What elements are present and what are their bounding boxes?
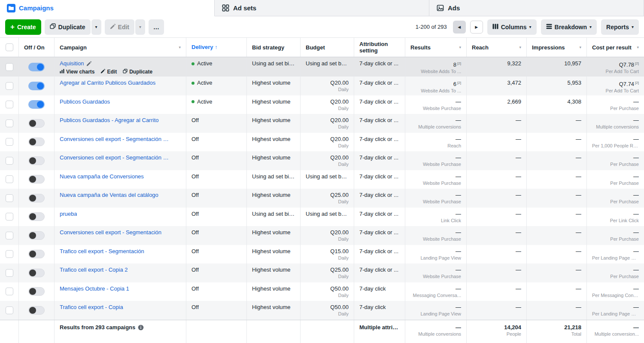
row-toggle[interactable] — [28, 119, 45, 128]
row-toggle[interactable] — [28, 212, 45, 221]
table-row[interactable]: Nueva campaña de Conversiones Off Using … — [0, 170, 644, 189]
sort-caret-icon[interactable]: ▾ — [179, 44, 181, 51]
attribution-value: 7-day click or ... — [359, 211, 400, 217]
row-toggle[interactable] — [28, 175, 45, 184]
table-row[interactable]: Aquisition View charts Edit — [0, 57, 644, 77]
next-page-button[interactable]: ▶ — [470, 21, 483, 34]
table-row[interactable]: Mensajes Octubre - Copia 1 Off Highest v… — [0, 282, 644, 301]
row-checkbox[interactable] — [6, 250, 13, 258]
prev-page-button[interactable]: ◀ — [453, 21, 466, 34]
edit-dropdown-button[interactable]: ▾ — [135, 19, 145, 35]
campaign-name-link[interactable]: Trafico cell export - Copia — [60, 304, 123, 311]
campaign-name-link[interactable]: Conversiones cell export - Segmentación — [60, 229, 161, 236]
row-toggle[interactable] — [28, 63, 45, 71]
header-impressions[interactable]: Impressions ▾ — [527, 38, 587, 57]
sort-caret-icon[interactable]: ▾ — [459, 44, 461, 51]
bid-strategy-cell: Highest volume — [247, 189, 301, 208]
tab-campaigns[interactable]: Campaigns — [0, 0, 215, 16]
row-checkbox[interactable] — [6, 157, 13, 165]
results-type: Website Purchase — [410, 236, 461, 242]
tab-ad-sets[interactable]: Ad sets — [215, 0, 429, 16]
table-row[interactable]: Nueva campaña de Ventas del catálogo Off… — [0, 189, 644, 208]
header-bid-strategy[interactable]: Bid strategy — [247, 38, 301, 57]
campaign-name-link[interactable]: Agregar al Carrito Publicos Guardados — [60, 80, 155, 86]
table-row[interactable]: Publicos Guardados - Agregar al Carrito … — [0, 114, 644, 133]
row-checkbox[interactable] — [6, 175, 13, 183]
row-checkbox[interactable] — [6, 138, 13, 146]
view-charts-action[interactable]: View charts — [60, 68, 94, 75]
sort-caret-icon[interactable]: ▾ — [519, 44, 521, 51]
campaign-name-link[interactable]: prueba — [60, 211, 77, 217]
table-row[interactable]: Conversiones cell export - Segmentación … — [0, 151, 644, 170]
header-budget[interactable]: Budget — [301, 38, 354, 57]
row-checkbox[interactable] — [6, 63, 13, 71]
row-toggle[interactable] — [28, 194, 45, 202]
edit-button[interactable]: Edit — [105, 19, 134, 35]
table-row[interactable]: Trafico cell export - Copia 2 Off Highes… — [0, 263, 644, 282]
row-checkbox[interactable] — [6, 288, 13, 295]
header-campaign[interactable]: Campaign ▾ — [55, 38, 186, 57]
table-row[interactable]: Trafico cell export - Copia Off Highest … — [0, 301, 644, 320]
row-checkbox[interactable] — [6, 269, 13, 277]
campaign-name-link[interactable]: Conversiones cell export - Segmentación … — [60, 136, 169, 143]
header-attribution[interactable]: Attribution setting — [354, 38, 405, 57]
reports-button[interactable]: Reports ▾ — [601, 19, 639, 35]
header-reach[interactable]: Reach ▾ — [467, 38, 527, 57]
more-actions-button[interactable]: … — [149, 19, 164, 35]
budget-value: Q20.00 — [306, 80, 349, 86]
row-toggle[interactable] — [28, 306, 45, 315]
row-checkbox[interactable] — [6, 213, 13, 220]
table-row[interactable]: Conversiones cell export - Segmentación … — [0, 133, 644, 152]
row-toggle[interactable] — [28, 269, 45, 277]
edit-name-pencil-icon[interactable] — [86, 61, 91, 66]
row-checkbox[interactable] — [6, 82, 13, 90]
campaign-name-link[interactable]: Nueva campaña de Conversiones — [60, 173, 144, 180]
campaign-name-link[interactable]: Trafico cell export - Segmentación — [60, 248, 144, 255]
header-delivery[interactable]: Delivery ↑ — [186, 38, 247, 57]
sort-caret-icon[interactable]: ▾ — [579, 44, 581, 51]
header-results[interactable]: Results ▾ — [405, 38, 467, 57]
table-row[interactable]: Conversiones cell export - Segmentación … — [0, 226, 644, 245]
campaign-name-link[interactable]: Nueva campaña de Ventas del catálogo — [60, 192, 158, 199]
row-toggle[interactable] — [28, 156, 45, 165]
table-row[interactable]: Agregar al Carrito Publicos Guardados Ac… — [0, 77, 644, 95]
row-toggle[interactable] — [28, 231, 45, 240]
edit-action[interactable]: Edit — [100, 68, 117, 75]
select-all-checkbox[interactable] — [6, 43, 13, 51]
row-toggle[interactable] — [28, 287, 45, 296]
table-row[interactable]: Publicos Guardados Active Highest volume… — [0, 95, 644, 114]
duplicate-dropdown-button[interactable]: ▾ — [91, 19, 101, 35]
campaign-name-link[interactable]: Conversiones cell export - Segmentación … — [60, 154, 169, 161]
breakdown-button[interactable]: Breakdown ▾ — [541, 19, 597, 35]
impressions-value: — — [532, 229, 581, 236]
delivery-status-label: Off — [191, 136, 199, 143]
duplicate-action[interactable]: Duplicate — [123, 68, 152, 75]
campaign-name-link[interactable]: Aquisition — [60, 60, 84, 67]
row-hover-actions: View charts Edit Duplicate — [60, 68, 181, 75]
row-checkbox[interactable] — [6, 101, 13, 108]
campaign-name-link[interactable]: Publicos Guardados - Agregar al Carrito — [60, 117, 159, 124]
row-toggle[interactable] — [28, 250, 45, 258]
row-checkbox[interactable] — [6, 232, 13, 239]
results-cell: — Website Purchase — [405, 170, 467, 189]
row-checkbox[interactable] — [6, 194, 13, 202]
campaign-name-link[interactable]: Trafico cell export - Copia 2 — [60, 266, 128, 273]
row-checkbox[interactable] — [6, 306, 13, 314]
columns-button[interactable]: Columns ▾ — [487, 19, 537, 35]
duplicate-button[interactable]: Duplicate — [45, 19, 91, 35]
campaign-name-link[interactable]: Publicos Guardados — [60, 98, 110, 105]
info-icon[interactable] — [138, 325, 144, 331]
table-row[interactable]: Trafico cell export - Segmentación Off H… — [0, 245, 644, 264]
campaign-name-link[interactable]: Mensajes Octubre - Copia 1 — [60, 285, 129, 292]
sort-caret-icon[interactable]: ▾ — [637, 44, 639, 51]
row-toggle[interactable] — [28, 100, 45, 109]
row-toggle[interactable] — [28, 82, 45, 90]
delivery-cell: Active — [186, 57, 247, 77]
bid-strategy-value: Highest volume — [252, 117, 295, 124]
row-toggle[interactable] — [28, 138, 45, 146]
create-button[interactable]: + Create — [5, 19, 41, 35]
header-cost-per-result[interactable]: Cost per result ▾ — [587, 38, 644, 57]
row-checkbox[interactable] — [6, 119, 13, 127]
tab-ads[interactable]: Ads — [429, 0, 644, 16]
table-row[interactable]: prueba Off Using ad set bid... Using ad … — [0, 208, 644, 227]
